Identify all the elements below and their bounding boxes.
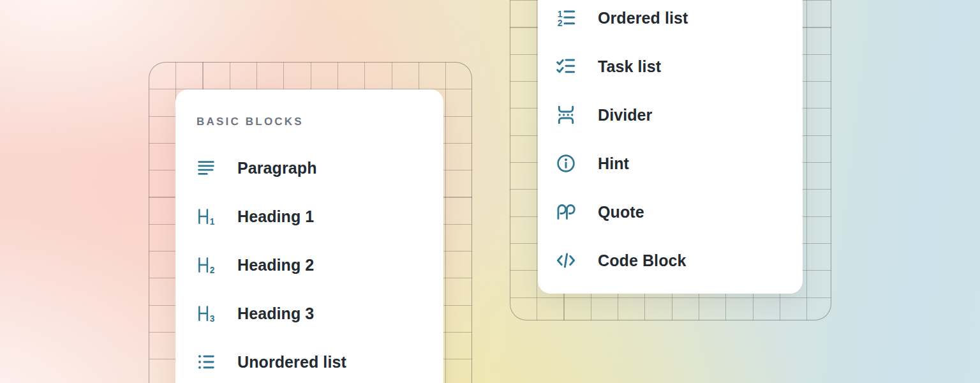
heading-3-icon: 3 [197,304,216,323]
basic-blocks-menu: BASIC BLOCKS Paragraph1Heading 12Heading… [175,89,443,383]
block-item[interactable]: Unordered list [197,338,443,383]
svg-text:3: 3 [210,314,215,324]
block-item-label: Heading 2 [237,256,314,274]
divider-icon [556,105,576,125]
svg-text:1: 1 [558,9,563,19]
block-item-label: Quote [598,203,644,222]
basic-blocks-list: Paragraph1Heading 12Heading 23Heading 3U… [197,144,443,383]
gradient-background [0,0,980,383]
block-item-label: Divider [598,106,652,124]
heading-1-icon: 1 [197,207,216,226]
block-item[interactable]: Divider [556,91,803,139]
block-item[interactable]: Task list [556,42,803,91]
block-item[interactable]: Hint [556,139,803,188]
hint-icon [556,153,576,174]
block-item[interactable]: Quote [556,188,803,236]
block-item-label: Paragraph [237,159,317,177]
quote-icon [556,202,576,222]
svg-text:2: 2 [558,18,563,28]
svg-text:1: 1 [210,217,215,227]
code-block-icon [556,250,576,271]
ordered-list-icon: 12 [556,8,576,28]
svg-text:2: 2 [210,266,215,275]
block-item[interactable]: 2Heading 2 [197,241,443,289]
block-item-label: Unordered list [237,353,346,372]
block-item-label: Hint [598,154,629,173]
block-item[interactable]: Paragraph [197,144,443,192]
heading-2-icon: 2 [197,255,216,274]
unordered-list-icon [197,352,216,372]
task-list-icon [556,56,576,77]
block-item-label: Task list [598,57,661,76]
block-item-label: Code Block [598,252,687,270]
advanced-blocks-menu: 12Ordered listTask listDividerHintQuoteC… [538,0,803,294]
block-item-label: Heading 3 [237,304,314,323]
paragraph-icon [197,158,216,177]
block-item-label: Heading 1 [237,207,314,226]
block-item-label: Ordered list [598,9,688,27]
block-item[interactable]: 3Heading 3 [197,289,443,338]
basic-blocks-section-title: BASIC BLOCKS [197,115,443,129]
block-item[interactable]: 12Ordered list [556,0,803,42]
block-item[interactable]: Code Block [556,236,803,285]
block-item[interactable]: 1Heading 1 [197,192,443,241]
advanced-blocks-list: 12Ordered listTask listDividerHintQuoteC… [556,0,803,285]
